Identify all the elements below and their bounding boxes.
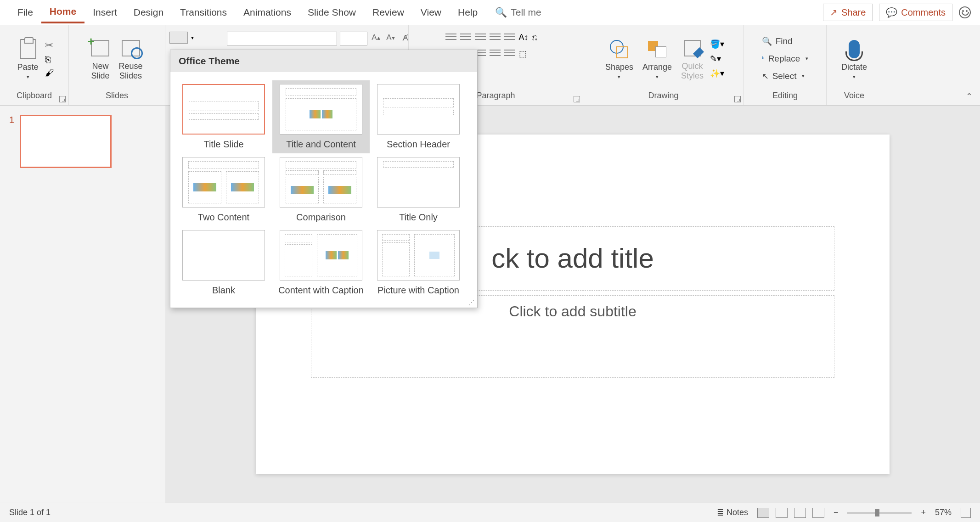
bullets-icon[interactable] [445,33,456,42]
slide-number: 1 [9,115,14,168]
layout-title-slide[interactable]: Title Slide [175,80,272,153]
sort-icon[interactable]: A↕ [519,33,529,42]
find-label: Find [776,36,793,46]
layout-preview [182,84,265,135]
copy-icon[interactable]: ⎘ [45,54,54,65]
tab-slide-show[interactable]: Slide Show [299,2,364,22]
layout-label: Content with Caption [276,285,366,296]
clipboard-dialog-launcher[interactable] [59,96,66,102]
group-clipboard-label: Clipboard [17,89,52,102]
tab-file[interactable]: File [9,2,41,22]
collapse-ribbon-icon[interactable]: ⌃ [966,91,973,101]
slide-thumbnail-1[interactable]: 1 [9,115,156,168]
layout-preview [377,84,460,135]
font-size-dropdown[interactable] [340,32,367,45]
layout-two-content[interactable]: Two Content [175,153,272,226]
columns-icon[interactable] [504,49,515,58]
layout-label: Title Slide [179,139,269,150]
chevron-down-icon: ▾ [802,73,805,79]
drawing-dialog-launcher[interactable] [734,96,741,102]
cut-icon[interactable]: ✂ [45,39,54,51]
layout-section-header[interactable]: Section Header [370,80,467,153]
decrease-font-icon[interactable]: A▾ [385,32,397,44]
line-spacing-icon[interactable] [504,33,515,42]
select-button[interactable]: Select▾ [760,70,811,82]
normal-view-icon[interactable] [757,508,769,518]
slideshow-view-icon[interactable] [812,508,824,518]
chevron-down-icon: ▾ [853,74,856,80]
layout-preview [182,230,265,281]
notes-button[interactable]: ≣ Notes [717,508,748,518]
tell-me-search[interactable]: 🔍 Tell me [495,7,541,18]
decrease-indent-icon[interactable] [475,33,486,42]
tab-home[interactable]: Home [41,1,84,23]
tab-help[interactable]: Help [450,2,486,22]
reuse-slides-button[interactable]: Reuse Slides [116,35,146,83]
tab-insert[interactable]: Insert [84,2,125,22]
text-direction-icon[interactable]: ⎌ [532,33,537,42]
shapes-label: Shapes [605,62,633,72]
fit-to-window-icon[interactable] [961,508,971,518]
layout-preview [280,157,362,208]
zoom-out-button[interactable]: − [834,508,839,517]
layout-label: Two Content [179,212,269,223]
chevron-down-icon: ▾ [27,74,29,80]
zoom-in-button[interactable]: + [921,508,926,517]
smartart-icon[interactable]: ⬚ [519,49,527,59]
increase-indent-icon[interactable] [490,33,501,42]
new-slide-icon [91,40,109,56]
zoom-slider[interactable] [847,512,912,514]
reading-view-icon[interactable] [794,508,806,518]
feedback-smiley-icon[interactable] [959,6,971,18]
numbering-icon[interactable] [460,33,471,42]
group-paragraph-label: Paragraph [476,89,515,102]
layout-label: Title and Content [276,139,366,150]
font-family-dropdown[interactable] [227,32,337,45]
paste-button[interactable]: Paste ▾ [14,36,41,82]
slide-sorter-icon[interactable] [776,508,788,518]
shape-effects-icon[interactable]: ✨▾ [710,68,724,79]
layout-label: Blank [179,285,269,296]
paragraph-dialog-launcher[interactable] [574,96,580,102]
justify-icon[interactable] [490,49,501,58]
zoom-level[interactable]: 57% [935,508,952,517]
tab-design[interactable]: Design [125,2,172,22]
layout-preview [280,230,362,281]
tab-animations[interactable]: Animations [235,2,299,22]
dictate-button[interactable]: Dictate ▾ [839,36,870,82]
replace-button[interactable]: Replace▾ [760,53,811,65]
share-button[interactable]: ↗ Share [823,4,873,21]
layout-label: Title Only [373,212,463,223]
quick-styles-button[interactable]: Quick Styles [678,35,706,83]
slide-thumbnail-preview [20,115,112,168]
layout-content-with-caption[interactable]: Content with Caption [272,226,370,299]
ribbon: Paste ▾ ✂ ⎘ 🖌 Clipboard New Slide Reuse … [0,25,980,106]
comment-icon: 💬 [886,7,897,18]
group-slides-label: Slides [106,89,128,102]
resize-grip-icon[interactable]: ⋰ [469,299,474,306]
increase-font-icon[interactable]: A▴ [370,32,382,44]
tab-review[interactable]: Review [364,2,412,22]
quick-styles-label: Quick Styles [681,62,704,81]
find-button[interactable]: Find [760,35,811,47]
format-painter-icon[interactable]: 🖌 [45,67,54,78]
layout-comparison[interactable]: Comparison [272,153,370,226]
arrange-button[interactable]: Arrange ▾ [640,36,675,82]
tab-transitions[interactable]: Transitions [172,2,235,22]
tab-view[interactable]: View [412,2,450,22]
layout-title-and-content[interactable]: Title and Content [272,80,370,153]
view-mode-buttons [757,508,824,518]
layout-picture-with-caption[interactable]: Picture with Caption [370,226,467,299]
layout-blank[interactable]: Blank [175,226,272,299]
shapes-button[interactable]: Shapes ▾ [603,36,636,82]
new-slide-label: New Slide [91,62,109,81]
layout-title-only[interactable]: Title Only [370,153,467,226]
comments-button[interactable]: 💬 Comments [879,4,952,21]
new-slide-button[interactable]: New Slide [88,35,112,83]
paste-label: Paste [17,62,38,72]
clipboard-icon [20,39,36,59]
shape-outline-icon[interactable]: ✎▾ [710,54,724,64]
reuse-slides-label: Reuse Slides [119,62,143,81]
shape-fill-icon[interactable]: 🪣▾ [710,39,724,49]
layout-label: Comparison [276,212,366,223]
